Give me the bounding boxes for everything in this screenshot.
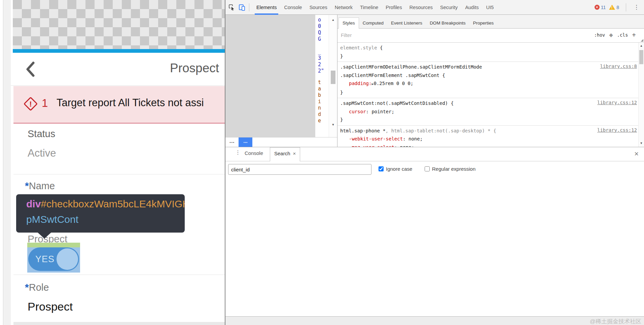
search-input[interactable] (228, 164, 371, 175)
breadcrumb-ellipsis[interactable]: ... (229, 138, 235, 144)
tab-resources[interactable]: Resources (406, 0, 436, 15)
role-value: Prospect (28, 300, 73, 313)
css-property-value: none; (408, 136, 423, 141)
toggle-knob[interactable] (57, 248, 78, 270)
devtools-panel: Elements Console Sources Network Timelin… (225, 0, 644, 325)
css-rule-element-style[interactable]: element.style { } (337, 43, 638, 62)
ignore-case-checkbox[interactable] (379, 166, 384, 171)
css-rule-user-select[interactable]: library.css:12 html.sap-phone *, html.sa… (337, 125, 638, 147)
page-title: Prospect (170, 61, 219, 75)
dom-scrollbar[interactable]: ▲ ▼ (329, 15, 337, 137)
scrollbar-thumb[interactable] (639, 50, 643, 64)
styles-scrollbar[interactable]: ▲ ▼ (638, 43, 644, 147)
watermark-text: @稀土掘金技术社区 (590, 318, 641, 325)
back-icon[interactable] (26, 62, 35, 77)
tooltip-arrow (37, 232, 52, 239)
stylesheet-link[interactable]: library.css:12 (597, 127, 637, 133)
scroll-down-icon[interactable]: ▼ (329, 123, 337, 126)
tab-dom-breakpoints[interactable]: DOM Breakpoints (426, 18, 469, 28)
warning-badge-count: 8 (616, 5, 619, 10)
app-header: Prospect (11, 53, 225, 86)
resize-handle-icon[interactable] (641, 39, 643, 42)
drawer-tab-bar: ⋮ Console Search× × (225, 147, 644, 161)
css-rules-list: element.style { } library.css:8 .sapClie… (337, 43, 638, 147)
toolbar-separator (626, 3, 626, 11)
warning-badge-icon[interactable]: ! (609, 5, 615, 10)
ignore-case-label: Ignore case (386, 166, 412, 172)
selector-text: .sapMSwtCont:not(.sapMSwtContDisabled) { (337, 99, 638, 108)
new-style-rule-icon[interactable]: + (632, 32, 636, 38)
error-badge-icon[interactable]: × (595, 5, 600, 10)
tab-network[interactable]: Network (331, 0, 356, 15)
css-rule-swtcont-padding[interactable]: library.css:8 .sapClientMFormODetailPhon… (337, 62, 638, 98)
tooltip-selector-line2: pMSwtCont (26, 214, 78, 225)
drawer-tab-console[interactable]: Console (245, 150, 263, 156)
drawer-menu-icon[interactable]: ⋮ (235, 151, 241, 154)
toolbar-separator (249, 3, 249, 11)
css-rule-swtcont-cursor[interactable]: library.css:12 .sapMSwtCont:not(.sapMSwt… (337, 98, 638, 125)
breadcrumb-ellipsis-selected[interactable]: ... (239, 137, 252, 147)
toggle-label: YES (35, 254, 55, 265)
status-value: Active (28, 147, 56, 159)
devtools-menu-icon[interactable]: ⋮ (634, 5, 639, 10)
alert-diamond-icon: ! (24, 97, 38, 111)
error-badge-count: 11 (601, 5, 606, 10)
section-separator (13, 322, 225, 325)
left-gutter (0, 0, 3, 325)
tab-elements[interactable]: Elements (253, 0, 280, 15)
element-inspect-tooltip: div#checkboxzWam5bcLE4kMVIGHS7o0 pMSwtCo… (16, 194, 185, 233)
app-pane: Prospect ! 1 Target report All Tickets n… (0, 0, 225, 325)
tooltip-selector-line1: div#checkboxzWam5bcLE4kMVIGHS7o0 (26, 198, 185, 210)
regex-checkbox[interactable] (425, 166, 430, 171)
tab-security[interactable]: Security (436, 0, 461, 15)
transparent-image-placeholder (13, 0, 225, 49)
css-property-name: -webkit-user-select (349, 136, 403, 141)
styles-sidebar: Styles Computed Event Listeners DOM Brea… (337, 15, 644, 147)
scroll-down-icon[interactable]: ▼ (639, 141, 644, 145)
scroll-up-icon[interactable]: ▲ (329, 18, 337, 22)
filter-input[interactable]: Filter (341, 33, 352, 38)
drawer-close-icon[interactable]: × (634, 150, 639, 158)
required-marker: * (25, 282, 29, 293)
devtools-drawer: ⋮ Console Search× × Ignore case Regular … (225, 147, 644, 325)
error-banner[interactable]: ! 1 Target report All Tickets not assi (13, 86, 225, 124)
app-content: Prospect ! 1 Target report All Tickets n… (11, 0, 225, 325)
dom-tree-column[interactable]: o 0 Q G _ 3 2 2" t a b i n d e (315, 15, 329, 137)
devtools-toolbar: Elements Console Sources Network Timelin… (225, 0, 644, 15)
tab-event-listeners[interactable]: Event Listeners (387, 18, 426, 28)
inspect-element-icon[interactable] (228, 4, 236, 11)
toolbar-status-cluster: × 11 ! 8 ⋮ (595, 3, 639, 11)
css-property-name: padding: (349, 81, 371, 86)
css-property-name: -moz-user-select (349, 145, 394, 147)
element-classes-button[interactable]: .cls (617, 32, 628, 38)
yes-toggle[interactable]: YES (28, 247, 79, 271)
tab-styles[interactable]: Styles (338, 17, 359, 29)
tab-ui5[interactable]: UI5 (482, 0, 498, 15)
tab-console[interactable]: Console (280, 0, 306, 15)
toggle-pseudo-state-button[interactable]: :hov (594, 32, 605, 38)
selector-text: .sapClientMFormElement .sapMSwtCont { (337, 71, 638, 80)
regex-option[interactable]: Regular expression (425, 166, 475, 172)
scrollbar-thumb[interactable] (331, 71, 335, 84)
tab-sources[interactable]: Sources (306, 0, 331, 15)
search-tab-close-icon[interactable]: × (293, 151, 296, 156)
tab-audits[interactable]: Audits (461, 0, 482, 15)
ignore-case-option[interactable]: Ignore case (379, 166, 412, 172)
tab-timeline[interactable]: Timeline (356, 0, 382, 15)
stylesheet-link[interactable]: library.css:8 (600, 64, 637, 69)
css-property-value: none; (400, 145, 414, 147)
screenshot-root: Prospect ! 1 Target report All Tickets n… (0, 0, 644, 325)
diamond-icon[interactable]: ◆ (609, 32, 613, 38)
elements-panel: o 0 Q G _ 3 2 2" t a b i n d e ▲ ▼ ... .… (225, 15, 644, 147)
error-message: Target report All Tickets not assi (57, 97, 204, 109)
tab-computed[interactable]: Computed (359, 18, 387, 28)
device-toolbar-icon[interactable] (238, 4, 246, 11)
scroll-up-icon[interactable]: ▲ (639, 44, 644, 47)
tab-profiles[interactable]: Profiles (382, 0, 405, 15)
tab-properties[interactable]: Properties (469, 18, 498, 28)
drawer-tab-search[interactable]: Search× (270, 147, 300, 161)
css-property-value: pointer; (371, 109, 394, 114)
search-toolbar: Ignore case Regular expression (225, 161, 644, 178)
stylesheet-link[interactable]: library.css:12 (597, 100, 637, 105)
divider (13, 174, 225, 174)
